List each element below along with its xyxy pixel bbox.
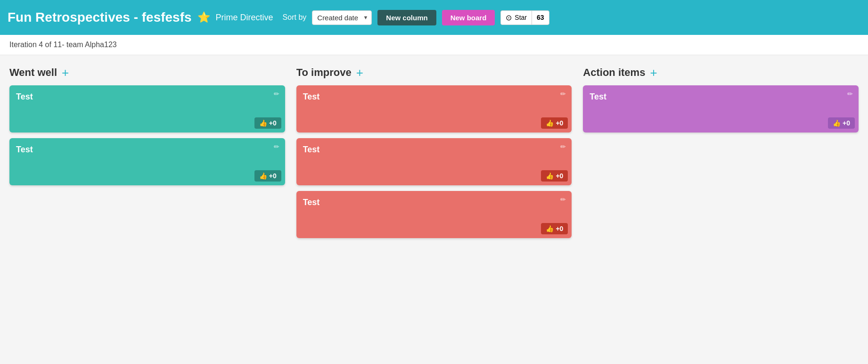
thumbs-up-icon: 👍 xyxy=(546,225,554,232)
thumbs-up-icon: 👍 xyxy=(833,119,841,127)
column-add-button-to-improve[interactable]: + xyxy=(356,66,363,79)
column-action-items: Action items+Test✏👍+0 xyxy=(583,66,859,138)
thumbs-up-icon: 👍 xyxy=(546,119,554,127)
board: Went well+Test✏👍+0Test✏👍+0To improve+Tes… xyxy=(0,55,868,255)
column-add-button-went-well[interactable]: + xyxy=(62,66,69,79)
card-card-3: Test✏👍+0 xyxy=(296,85,572,132)
thumbs-up-icon: 👍 xyxy=(259,119,267,127)
card-card-5: Test✏👍+0 xyxy=(296,191,572,238)
card-text: Test xyxy=(590,92,606,101)
vote-count: +0 xyxy=(843,119,850,127)
vote-count: +0 xyxy=(556,119,563,127)
sort-select-wrapper[interactable]: Created date Votes Alphabetical xyxy=(312,10,372,25)
column-to-improve: To improve+Test✏👍+0Test✏👍+0Test✏👍+0 xyxy=(296,66,572,244)
card-card-1: Test✏👍+0 xyxy=(9,85,285,132)
card-edit-icon[interactable]: ✏ xyxy=(847,90,853,98)
column-header-action-items: Action items+ xyxy=(583,66,859,79)
card-vote-button[interactable]: 👍+0 xyxy=(541,117,568,129)
card-text: Test xyxy=(16,92,33,101)
new-column-button[interactable]: New column xyxy=(377,10,436,25)
github-star-label: Star xyxy=(515,14,527,21)
thumbs-up-icon: 👍 xyxy=(546,172,554,180)
column-header-went-well: Went well+ xyxy=(9,66,285,79)
card-card-2: Test✏👍+0 xyxy=(9,138,285,185)
vote-count: +0 xyxy=(556,225,563,232)
card-edit-icon[interactable]: ✏ xyxy=(274,143,279,150)
star-icon: ⭐ xyxy=(197,11,210,24)
app-header: Fun Retrospectives - fesfesfs ⭐ Prime Di… xyxy=(0,0,868,35)
new-board-button[interactable]: New board xyxy=(442,10,495,25)
card-text: Test xyxy=(303,198,320,207)
column-went-well: Went well+Test✏👍+0Test✏👍+0 xyxy=(9,66,285,191)
github-star-inner: ⊙ Star xyxy=(501,11,532,25)
column-add-button-action-items[interactable]: + xyxy=(650,66,657,79)
sub-header: Iteration 4 of 11- team Alpha123 xyxy=(0,35,868,55)
vote-count: +0 xyxy=(556,172,563,180)
card-vote-button[interactable]: 👍+0 xyxy=(828,117,855,129)
vote-count: +0 xyxy=(269,172,277,180)
prime-directive-label: Prime Directive xyxy=(216,13,273,23)
card-edit-icon[interactable]: ✏ xyxy=(274,90,279,98)
card-text: Test xyxy=(303,92,320,101)
github-star-count: 63 xyxy=(532,11,549,24)
vote-count: +0 xyxy=(269,119,277,127)
sort-by-label: Sort by xyxy=(283,13,307,22)
column-title-went-well: Went well xyxy=(9,66,57,79)
card-vote-button[interactable]: 👍+0 xyxy=(541,223,568,234)
card-vote-button[interactable]: 👍+0 xyxy=(254,170,281,182)
card-edit-icon[interactable]: ✏ xyxy=(560,90,566,98)
column-header-to-improve: To improve+ xyxy=(296,66,572,79)
card-card-6: Test✏👍+0 xyxy=(583,85,859,132)
sort-select[interactable]: Created date Votes Alphabetical xyxy=(312,10,372,25)
card-text: Test xyxy=(303,145,320,154)
card-card-4: Test✏👍+0 xyxy=(296,138,572,185)
thumbs-up-icon: 👍 xyxy=(259,172,267,180)
card-edit-icon[interactable]: ✏ xyxy=(560,196,566,203)
column-title-to-improve: To improve xyxy=(296,66,352,79)
card-vote-button[interactable]: 👍+0 xyxy=(254,117,281,129)
iteration-text: Iteration 4 of 11- team Alpha123 xyxy=(9,41,117,49)
app-title: Fun Retrospectives - fesfesfs xyxy=(8,10,192,25)
card-text: Test xyxy=(16,145,33,154)
column-title-action-items: Action items xyxy=(583,66,645,79)
card-vote-button[interactable]: 👍+0 xyxy=(541,170,568,182)
github-star-button[interactable]: ⊙ Star 63 xyxy=(500,10,549,25)
github-icon: ⊙ xyxy=(506,13,512,22)
card-edit-icon[interactable]: ✏ xyxy=(560,143,566,150)
